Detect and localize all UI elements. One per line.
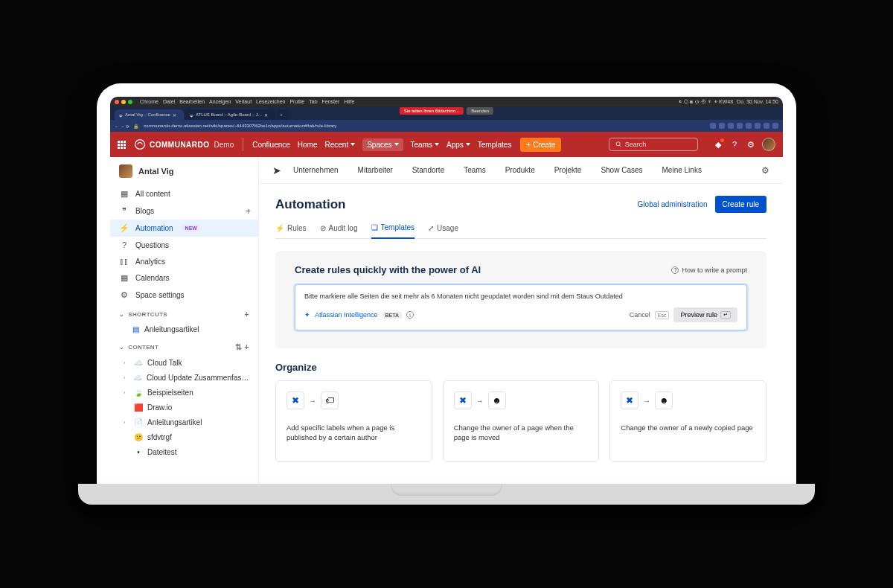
browser-tab-strip: ⬙ Antal Vig – Confluence ✕ ⬙ ATLUS Board…	[110, 106, 783, 120]
ai-sparkle-icon: ✦	[304, 311, 310, 319]
sidebar-item-blogs[interactable]: ❞Blogs+	[110, 202, 258, 220]
chart-icon: ⤢	[428, 224, 434, 232]
sidebar-section-shortcuts[interactable]: ⌄SHORTCUTS+	[110, 304, 258, 322]
space-nav-item[interactable]: Produkte	[505, 166, 542, 174]
nav-apps[interactable]: Apps	[446, 141, 470, 149]
ai-brand-label: Atlassian Intelligence	[315, 311, 378, 319]
beta-badge: BETA	[383, 312, 403, 319]
settings-icon[interactable]: ⚙	[746, 139, 756, 150]
tree-item[interactable]: ›☁️Cloud Talk	[110, 355, 258, 370]
global-admin-link[interactable]: Global administration	[638, 200, 708, 208]
ai-heading: Create rules quickly with the power of A…	[295, 264, 481, 275]
preview-rule-button[interactable]: Preview rule↵	[673, 307, 737, 322]
template-description: Change the owner of a page when the page…	[454, 423, 589, 443]
create-button[interactable]: + Create	[520, 138, 561, 152]
automation-tabs: ⚡Rules ⊘Audit log ❏Templates ⤢Usage	[275, 223, 766, 239]
person-icon: ☻	[655, 392, 673, 409]
help-icon[interactable]: ?	[729, 139, 740, 150]
sidebar-item-calendars[interactable]: ▦Calendars	[110, 269, 258, 287]
sidebar: Antal Vig ▦All content ❞Blogs+ ⚡Automati…	[110, 157, 259, 484]
browser-url-bar[interactable]: ← → ⟳🔒communardo-demo.atlassian.net/wiki…	[110, 120, 783, 132]
notifications-icon[interactable]: ◆	[713, 139, 723, 150]
tab-templates[interactable]: ❏Templates	[371, 223, 415, 239]
template-card[interactable]: ✖ → ☻ Change the owner of a newly copied…	[609, 380, 766, 462]
svg-line-2	[619, 145, 621, 147]
space-nav-item[interactable]: Projekte	[554, 166, 589, 174]
add-blog-icon[interactable]: +	[246, 206, 251, 217]
space-nav-item[interactable]: Teams	[464, 166, 493, 174]
ai-prompt-input[interactable]: Bitte markiere alle Seiten die seit mehr…	[295, 284, 747, 330]
confluence-icon: ✖	[621, 392, 638, 409]
macos-menubar: ChromeDateiBearbeitenAnzeigenVerlaufLese…	[110, 97, 783, 106]
create-rule-button[interactable]: Create rule	[715, 196, 766, 213]
content-filter-icon[interactable]: ⇅ +	[235, 342, 249, 352]
how-to-prompt-link[interactable]: ?How to write a prompt	[671, 266, 747, 274]
tree-item[interactable]: 🟥Draw.io	[110, 400, 258, 415]
bolt-icon: ⚡	[275, 224, 284, 232]
shortcut-item[interactable]: ▤Anleitungsartikel	[110, 322, 258, 336]
tree-item[interactable]: 😕sfdvtrgf	[110, 429, 258, 444]
product-logo[interactable]: COMMUNARDO Demo	[135, 139, 234, 150]
prompt-text: Bitte markiere alle Seiten die seit mehr…	[304, 293, 737, 300]
browser-tab[interactable]: ⬙ ATLUS Board – Agile-Board – J... ✕	[185, 109, 275, 120]
sidebar-user[interactable]: Antal Vig	[110, 157, 258, 185]
search-input[interactable]	[609, 138, 698, 151]
nav-recent[interactable]: Recent	[325, 141, 356, 149]
arrow-icon: →	[476, 397, 484, 405]
svg-point-0	[135, 140, 145, 150]
cancel-button[interactable]: Cancel	[630, 311, 650, 319]
tree-item[interactable]: ›🍃Beispielseiten	[110, 385, 258, 400]
stop-share-button[interactable]: Beenden	[467, 107, 493, 115]
sidebar-item-all-content[interactable]: ▦All content	[110, 185, 258, 202]
nav-spaces[interactable]: Spaces	[362, 138, 403, 151]
info-icon[interactable]: i	[406, 311, 414, 319]
send-icon[interactable]: ➤	[272, 164, 281, 176]
sidebar-item-analytics[interactable]: ⫿⫿Analytics	[110, 253, 258, 269]
template-description: Add specific labels when a page is publi…	[287, 423, 421, 443]
nav-home[interactable]: Home	[298, 141, 318, 149]
profile-avatar[interactable]	[762, 138, 775, 151]
space-settings-icon[interactable]: ⚙	[761, 165, 769, 176]
organize-heading: Organize	[275, 362, 766, 373]
nav-teams[interactable]: Teams	[411, 141, 439, 149]
space-nav-item[interactable]: Standorte	[412, 166, 452, 174]
confluence-icon: ✖	[454, 392, 472, 409]
space-nav-item[interactable]: Unternehmen	[293, 166, 346, 174]
app-window: ChromeDateiBearbeitenAnzeigenVerlaufLese…	[110, 97, 783, 484]
sidebar-item-automation[interactable]: ⚡AutomationNEW	[110, 220, 258, 237]
help-icon: ?	[671, 266, 679, 274]
template-card[interactable]: ✖ → ☻ Change the owner of a page when th…	[443, 380, 600, 462]
screen-share-badge: Sie teilen Ihren Bildschirm...	[400, 107, 464, 115]
arrow-icon: →	[309, 397, 316, 405]
sidebar-item-space-settings[interactable]: ⚙Space settings	[110, 287, 258, 304]
sidebar-section-content[interactable]: ⌄CONTENT⇅ +	[110, 336, 258, 355]
template-description: Change the owner of a newly copied page	[621, 423, 755, 432]
nav-confluence[interactable]: Confluence	[252, 141, 290, 149]
app-switcher-icon[interactable]	[118, 141, 126, 149]
tab-usage[interactable]: ⤢Usage	[428, 223, 458, 238]
add-shortcut-icon[interactable]: +	[244, 310, 249, 319]
copy-icon: ❏	[371, 223, 378, 231]
browser-tab[interactable]: ⬙ Antal Vig – Confluence ✕	[115, 109, 184, 120]
person-icon: ☻	[488, 392, 506, 409]
sidebar-item-questions[interactable]: ?Questions	[110, 237, 258, 253]
enter-key-icon: ↵	[720, 311, 731, 319]
tab-rules[interactable]: ⚡Rules	[275, 223, 307, 238]
space-nav-item[interactable]: Meine Links	[662, 166, 709, 174]
space-nav-item[interactable]: Show Cases	[601, 166, 650, 174]
clock-icon: ⊘	[320, 224, 326, 232]
space-nav-item[interactable]: Mitarbeiter	[358, 166, 400, 174]
svg-point-1	[616, 142, 620, 146]
arrow-icon: →	[643, 397, 650, 405]
tag-icon: 🏷	[321, 392, 339, 409]
esc-key-hint: Esc	[655, 311, 670, 319]
tree-item[interactable]: ›☁️Cloud Update Zusammenfassungen	[110, 370, 258, 385]
tab-audit-log[interactable]: ⊘Audit log	[320, 223, 358, 238]
ai-prompt-card: Create rules quickly with the power of A…	[275, 251, 766, 348]
browser-new-tab[interactable]: +	[277, 109, 289, 120]
tree-item[interactable]: ›📄Anleitungsartikel	[110, 415, 258, 429]
tree-item[interactable]: •Dateitest	[110, 444, 258, 459]
template-card[interactable]: ✖ → 🏷 Add specific labels when a page is…	[275, 380, 432, 462]
space-nav: ➤ Unternehmen Mitarbeiter Standorte Team…	[259, 157, 783, 184]
nav-templates[interactable]: Templates	[478, 141, 512, 149]
